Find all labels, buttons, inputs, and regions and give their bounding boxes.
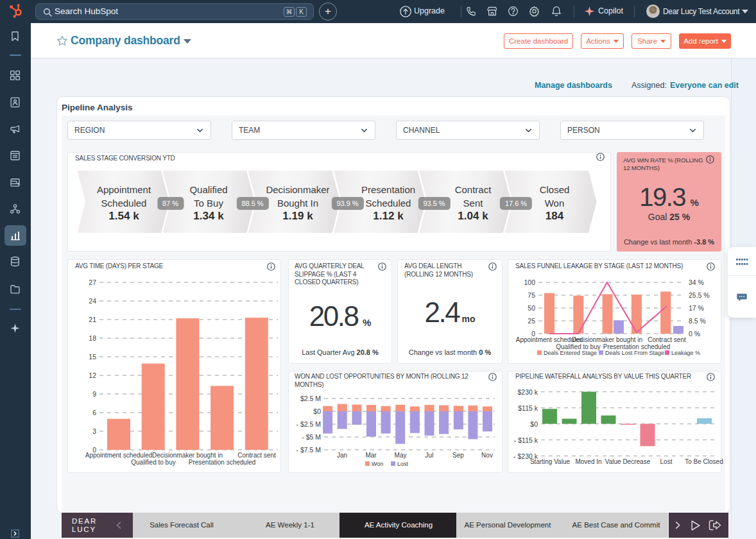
svg-text:$115 k: $115 k [518, 404, 538, 412]
svg-text:Leakage %: Leakage % [671, 350, 700, 356]
svg-text:$230 k: $230 k [517, 388, 538, 396]
svg-text:Qualified to buy: Qualified to buy [131, 459, 176, 466]
svg-text:$2.5 M: $2.5 M [300, 395, 321, 402]
svg-text:75: 75 [528, 291, 535, 299]
svg-text:Lost: Lost [397, 461, 409, 467]
svg-text:15: 15 [89, 353, 96, 361]
svg-text:18: 18 [89, 334, 96, 342]
svg-text:Starting Value: Starting Value [530, 458, 571, 465]
svg-text:- $5 M: - $5 M [302, 433, 321, 441]
svg-text:100: 100 [524, 278, 535, 286]
svg-text:9: 9 [92, 390, 96, 398]
svg-text:- $2.5 M: - $2.5 M [296, 420, 321, 428]
svg-text:- $115 k: - $115 k [514, 436, 538, 444]
svg-text:24: 24 [89, 297, 96, 305]
svg-text:Nov: Nov [481, 452, 493, 459]
svg-text:Jul: Jul [425, 452, 434, 459]
svg-text:Lost: Lost [660, 458, 673, 465]
svg-text:Deals Entered Stage: Deals Entered Stage [544, 350, 597, 356]
svg-text:- $7.5 M: - $7.5 M [296, 446, 321, 454]
svg-text:Decisionmaker bought in: Decisionmaker bought in [152, 452, 223, 459]
svg-text:50: 50 [528, 304, 535, 312]
svg-text:Contract sent: Contract sent [648, 336, 686, 343]
svg-text:8.5 %: 8.5 % [689, 317, 706, 325]
svg-text:Contract sent: Contract sent [237, 452, 276, 459]
svg-text:Presentation scheduled: Presentation scheduled [189, 459, 256, 466]
svg-text:3: 3 [92, 427, 96, 435]
svg-text:34 %: 34 % [689, 278, 704, 286]
svg-text:25.5 %: 25.5 % [689, 291, 710, 299]
svg-text:25: 25 [528, 317, 535, 325]
svg-text:Jan: Jan [337, 452, 347, 459]
svg-text:17 %: 17 % [689, 304, 704, 312]
svg-text:$0: $0 [313, 407, 321, 415]
svg-text:0 %: 0 % [689, 330, 700, 338]
svg-text:Sep: Sep [452, 452, 464, 459]
svg-text:Value Decrease: Value Decrease [605, 458, 651, 465]
svg-text:6: 6 [92, 409, 96, 416]
svg-text:21: 21 [89, 316, 96, 323]
svg-text:$0: $0 [530, 420, 538, 428]
svg-text:Mar: Mar [365, 452, 377, 459]
svg-text:Appointment scheduled: Appointment scheduled [85, 452, 153, 459]
svg-text:12: 12 [89, 372, 96, 379]
svg-text:Deals Lost From Stage: Deals Lost From Stage [605, 350, 664, 356]
svg-text:Won: Won [372, 461, 383, 467]
svg-text:Decisionmaker bought in: Decisionmaker bought in [572, 336, 642, 343]
svg-text:Moved In: Moved In [575, 458, 601, 465]
svg-text:To Be Closed: To Be Closed [685, 458, 723, 465]
svg-text:May: May [395, 452, 407, 459]
svg-text:27: 27 [89, 278, 96, 286]
